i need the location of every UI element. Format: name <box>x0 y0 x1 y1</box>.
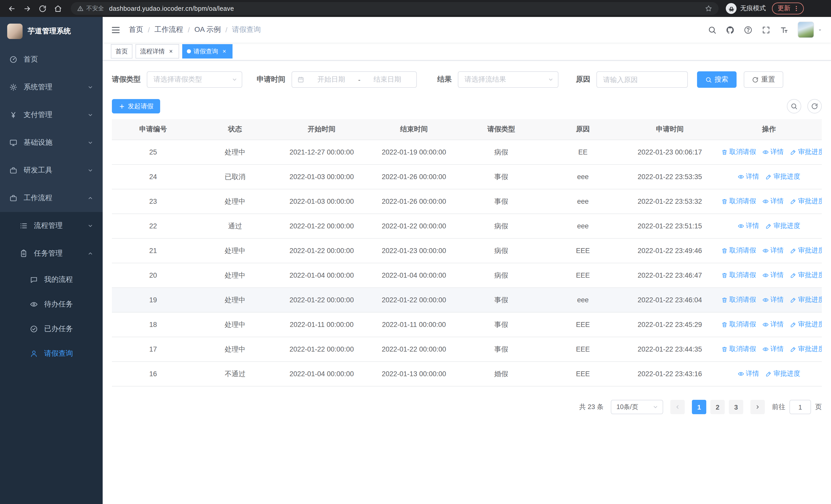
list-icon <box>20 222 28 230</box>
browser-menu-dots-icon[interactable] <box>793 5 800 12</box>
breadcrumb-item[interactable]: 工作流程 <box>154 25 183 34</box>
sidebar-item-done-tasks[interactable]: 已办任务 <box>0 317 103 341</box>
cancel-leave-link[interactable]: 取消请假 <box>721 246 756 255</box>
user-menu[interactable] <box>798 22 823 38</box>
breadcrumb-item[interactable]: OA 示例 <box>195 25 221 34</box>
reset-button-label: 重置 <box>761 75 775 84</box>
page-number-list: 123 <box>692 400 743 414</box>
detail-link[interactable]: 详情 <box>738 172 759 181</box>
tab-close-icon[interactable]: × <box>221 48 228 55</box>
tab-close-icon[interactable]: × <box>167 48 174 55</box>
help-icon[interactable] <box>744 25 752 34</box>
page-size-select[interactable]: 10条/页 <box>611 400 663 414</box>
result-select[interactable]: 请选择流结果 <box>458 71 558 88</box>
sidebar-item-dev-tools[interactable]: 研发工具 <box>0 156 103 184</box>
browser-reload-button[interactable] <box>36 2 49 15</box>
browser-home-button[interactable] <box>51 2 65 15</box>
cell-id: 24 <box>112 165 194 189</box>
browser-forward-button[interactable] <box>21 2 34 15</box>
sidebar-item-home[interactable]: 首页 <box>0 46 103 73</box>
cell-start-time: 2022-01-03 00:00:00 <box>276 165 368 189</box>
approval-progress-link[interactable]: 审批进度 <box>790 246 822 255</box>
sidebar-item-infrastructure[interactable]: 基础设施 <box>0 129 103 156</box>
sidebar-menu: 首页系统管理支付管理基础设施研发工具工作流程流程管理任务管理我的流程待办任务已办… <box>0 46 103 366</box>
prev-page-button[interactable] <box>670 400 685 414</box>
detail-link[interactable]: 详情 <box>762 246 784 255</box>
toggle-search-button[interactable] <box>787 99 801 113</box>
apply-time-range-picker[interactable]: 开始日期 - 结束日期 <box>291 71 417 88</box>
detail-link[interactable]: 详情 <box>762 295 784 305</box>
bookmark-star-icon[interactable] <box>705 5 712 12</box>
breadcrumb-item[interactable]: 请假查询 <box>232 25 261 34</box>
approval-progress-link[interactable]: 审批进度 <box>765 221 800 231</box>
fullscreen-icon[interactable] <box>762 25 770 34</box>
reason-input[interactable] <box>596 71 688 88</box>
approval-progress-link[interactable]: 审批进度 <box>765 369 800 379</box>
cancel-leave-link[interactable]: 取消请假 <box>721 345 756 354</box>
cell-actions: 取消请假详情审批进度 <box>716 238 822 263</box>
table-column-header: 开始时间 <box>276 119 368 140</box>
security-warning[interactable]: 不安全 <box>77 5 104 12</box>
leave-type-select[interactable]: 请选择请假类型 <box>147 71 242 88</box>
breadcrumb-separator: / <box>188 26 190 34</box>
sidebar-item-task-management[interactable]: 任务管理 <box>0 240 103 267</box>
trash-icon <box>721 346 728 353</box>
next-page-button[interactable] <box>750 400 765 414</box>
detail-link[interactable]: 详情 <box>762 197 784 206</box>
refresh-table-button[interactable] <box>807 99 822 113</box>
browser-back-button[interactable] <box>5 2 19 15</box>
github-icon[interactable] <box>726 25 735 34</box>
page-button-2[interactable]: 2 <box>710 400 725 414</box>
detail-link[interactable]: 详情 <box>762 271 784 280</box>
goto-page-input[interactable] <box>790 400 811 414</box>
cancel-leave-link[interactable]: 取消请假 <box>721 271 756 280</box>
sidebar-item-leave-query[interactable]: 请假查询 <box>0 341 103 366</box>
approval-progress-link[interactable]: 审批进度 <box>790 148 822 157</box>
approval-progress-link[interactable]: 审批进度 <box>790 271 822 280</box>
detail-link[interactable]: 详情 <box>762 345 784 354</box>
detail-link[interactable]: 详情 <box>762 148 784 157</box>
search-button-label: 搜索 <box>715 75 728 84</box>
detail-link[interactable]: 详情 <box>762 320 784 329</box>
sidebar-item-payment-management[interactable]: 支付管理 <box>0 101 103 129</box>
tab-leave-query[interactable]: 请假查询× <box>182 44 232 59</box>
address-bar[interactable]: 不安全 dashboard.yudao.iocoder.cn/bpm/oa/le… <box>71 2 719 15</box>
create-leave-button[interactable]: 发起请假 <box>112 99 160 113</box>
cancel-leave-link[interactable]: 取消请假 <box>721 295 756 305</box>
sidebar-item-label: 基础设施 <box>24 138 52 147</box>
cancel-leave-link[interactable]: 取消请假 <box>721 148 756 157</box>
table-column-header: 申请时间 <box>624 119 716 140</box>
edit-icon <box>765 370 772 377</box>
page-button-3[interactable]: 3 <box>729 400 743 414</box>
approval-progress-link[interactable]: 审批进度 <box>790 295 822 305</box>
search-icon[interactable] <box>708 25 717 34</box>
action-label: 审批进度 <box>798 320 822 329</box>
browser-chrome: 不安全 dashboard.yudao.iocoder.cn/bpm/oa/le… <box>0 0 831 17</box>
reset-button[interactable]: 重置 <box>744 71 783 88</box>
detail-link[interactable]: 详情 <box>738 369 759 379</box>
sidebar-item-workflow[interactable]: 工作流程 <box>0 184 103 212</box>
approval-progress-link[interactable]: 审批进度 <box>765 172 800 181</box>
detail-link[interactable]: 详情 <box>738 221 759 231</box>
cell-reason: eee <box>542 165 624 189</box>
tab-process-detail[interactable]: 流程详情× <box>136 44 179 59</box>
search-button[interactable]: 搜索 <box>697 71 737 88</box>
approval-progress-link[interactable]: 审批进度 <box>790 345 822 354</box>
browser-update-button[interactable]: 更新 <box>772 3 804 14</box>
page-size-value: 10条/页 <box>617 403 638 411</box>
app-logo-row[interactable]: 芋道管理系统 <box>0 17 103 46</box>
tab-label: 流程详情 <box>140 47 165 56</box>
sidebar-item-todo-tasks[interactable]: 待办任务 <box>0 292 103 317</box>
approval-progress-link[interactable]: 审批进度 <box>790 320 822 329</box>
breadcrumb-item[interactable]: 首页 <box>129 25 143 34</box>
font-size-icon[interactable] <box>780 25 789 34</box>
sidebar-item-my-process[interactable]: 我的流程 <box>0 267 103 292</box>
page-button-1[interactable]: 1 <box>692 400 706 414</box>
sidebar-item-system-management[interactable]: 系统管理 <box>0 73 103 101</box>
sidebar-item-process-management[interactable]: 流程管理 <box>0 212 103 240</box>
cancel-leave-link[interactable]: 取消请假 <box>721 320 756 329</box>
tab-home[interactable]: 首页 <box>111 44 133 59</box>
approval-progress-link[interactable]: 审批进度 <box>790 197 822 206</box>
sidebar-collapse-icon[interactable] <box>111 25 121 35</box>
cancel-leave-link[interactable]: 取消请假 <box>721 197 756 206</box>
